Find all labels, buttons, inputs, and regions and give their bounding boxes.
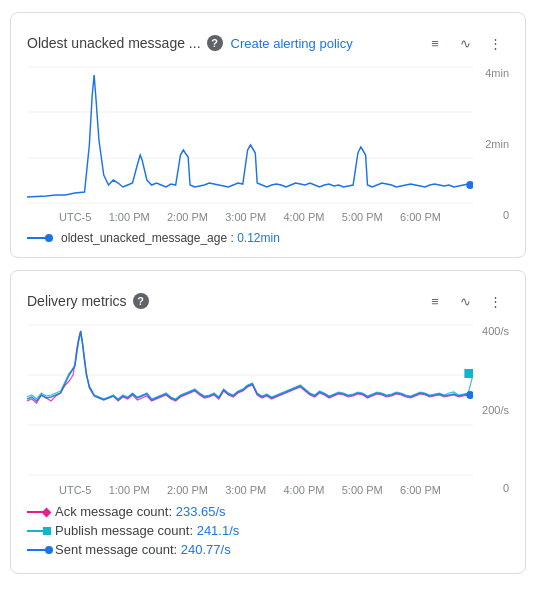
svg-point-4: [466, 181, 473, 189]
chart2-y-labels: 400/s 200/s 0: [477, 323, 509, 496]
x2-label-3pm: 3:00 PM: [225, 484, 266, 496]
chart1-legend: oldest_unacked_message_age : 0.12min: [27, 231, 509, 245]
delivery-metrics-card: Delivery metrics ? ≡ ∿ ⋮ 400/s 200/s 0: [10, 270, 526, 574]
x2-label-6pm: 6:00 PM: [400, 484, 441, 496]
legend-line-icon: [27, 232, 55, 244]
chart1-area: [27, 65, 473, 205]
y-label-4min: 4min: [477, 67, 509, 79]
chart1-container: 4min 2min 0 UTC-5 1:00 PM 2:00 PM 3:00 P…: [27, 65, 509, 223]
x-label-4pm: 4:00 PM: [283, 211, 324, 223]
x-label-3pm: 3:00 PM: [225, 211, 266, 223]
card2-chart-type-icon[interactable]: ∿: [451, 287, 479, 315]
legend-ack: Ack message count : 233.65/s: [27, 504, 509, 519]
publish-series-name: Publish message count: [55, 523, 189, 538]
sent-series-name: Sent message count: [55, 542, 174, 557]
card2-help-icon[interactable]: ?: [133, 293, 149, 309]
create-alert-link[interactable]: Create alerting policy: [231, 36, 353, 51]
publish-series-value: 241.1/s: [197, 523, 240, 538]
x-label-5pm: 5:00 PM: [342, 211, 383, 223]
sent-colon: :: [174, 542, 181, 557]
card1-header: Oldest unacked message ... ? Create aler…: [27, 29, 509, 57]
chart2-area: [27, 323, 473, 478]
svg-rect-14: [42, 507, 52, 517]
oldest-unacked-card: Oldest unacked message ... ? Create aler…: [10, 12, 526, 258]
svg-rect-16: [43, 527, 51, 535]
publish-colon: :: [189, 523, 196, 538]
x-label-6pm: 6:00 PM: [400, 211, 441, 223]
y-label-2min: 2min: [477, 138, 509, 150]
delivery-legends: Ack message count : 233.65/s Publish mes…: [27, 504, 509, 557]
chart1-x-labels: UTC-5 1:00 PM 2:00 PM 3:00 PM 4:00 PM 5:…: [27, 209, 473, 223]
x2-label-5pm: 5:00 PM: [342, 484, 383, 496]
chart1-y-labels: 4min 2min 0: [477, 65, 509, 223]
x2-label-utc: UTC-5: [59, 484, 91, 496]
card2-legend-toggle-icon[interactable]: ≡: [421, 287, 449, 315]
ack-series-name: Ack message count: [55, 504, 168, 519]
legend-toggle-icon[interactable]: ≡: [421, 29, 449, 57]
legend-series-name: oldest_unacked_message_age: [61, 231, 227, 245]
y-label-0-delivery: 0: [477, 482, 509, 494]
sent-series-value: 240.77/s: [181, 542, 231, 557]
ack-series-value: 233.65/s: [176, 504, 226, 519]
x2-label-1pm: 1:00 PM: [109, 484, 150, 496]
chart2-svg: [27, 323, 473, 478]
card2-header: Delivery metrics ? ≡ ∿ ⋮: [27, 287, 509, 315]
publish-legend-icon: [27, 525, 55, 537]
more-options-icon[interactable]: ⋮: [481, 29, 509, 57]
svg-point-6: [45, 234, 53, 242]
x-label-1pm: 1:00 PM: [109, 211, 150, 223]
legend-sent: Sent message count : 240.77/s: [27, 542, 509, 557]
ack-legend-icon: [27, 506, 55, 518]
legend-publish: Publish message count : 241.1/s: [27, 523, 509, 538]
chart1-svg: [27, 65, 473, 205]
svg-point-12: [466, 391, 473, 399]
card1-title: Oldest unacked message ...: [27, 35, 201, 51]
legend-series-value: 0.12min: [237, 231, 280, 245]
chart-type-icon[interactable]: ∿: [451, 29, 479, 57]
y-label-200: 200/s: [477, 404, 509, 416]
y-label-0: 0: [477, 209, 509, 221]
x-label-utc: UTC-5: [59, 211, 91, 223]
svg-rect-11: [464, 369, 473, 378]
y-label-400: 400/s: [477, 325, 509, 337]
svg-point-18: [45, 546, 53, 554]
x2-label-2pm: 2:00 PM: [167, 484, 208, 496]
card2-more-options-icon[interactable]: ⋮: [481, 287, 509, 315]
legend-line-svg: [27, 232, 55, 244]
chart2-container: 400/s 200/s 0: [27, 323, 509, 496]
card1-help-icon[interactable]: ?: [207, 35, 223, 51]
legend-colon: :: [227, 231, 237, 245]
ack-colon: :: [168, 504, 175, 519]
sent-legend-icon: [27, 544, 55, 556]
card2-title: Delivery metrics: [27, 293, 127, 309]
x2-label-4pm: 4:00 PM: [283, 484, 324, 496]
x-label-2pm: 2:00 PM: [167, 211, 208, 223]
chart2-x-labels: UTC-5 1:00 PM 2:00 PM 3:00 PM 4:00 PM 5:…: [27, 482, 473, 496]
